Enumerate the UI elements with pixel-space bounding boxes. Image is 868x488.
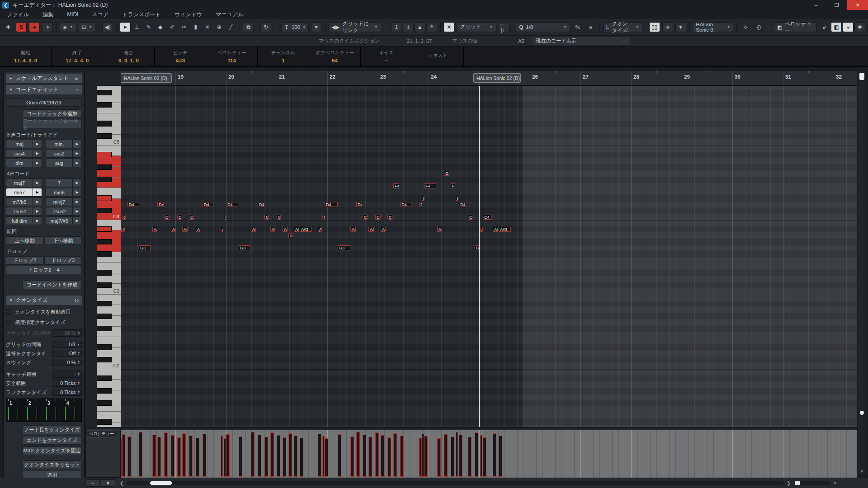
velocity-dropdown[interactable]: ▼: [311, 22, 322, 32]
midi-note[interactable]: D4: [459, 202, 467, 207]
piano-key-black[interactable]: [97, 90, 112, 95]
speaker-icon[interactable]: ◀): [102, 22, 113, 32]
midi-note[interactable]: C4: [164, 215, 170, 220]
part-label[interactable]: HALion Sonic 02 (D): [473, 73, 521, 83]
quantize-note-length-button[interactable]: ノート長をクオンタイズ: [22, 426, 82, 434]
midi-note[interactable]: D4: [325, 202, 338, 207]
note-display[interactable]: ········A#3C4D4G3A#3D4C4A#3C4A#3C4A#3D4A…: [121, 86, 857, 427]
midi-note[interactable]: A#3: [251, 227, 256, 232]
chord-button-7[interactable]: 7▶: [46, 178, 82, 187]
velocity-bar[interactable]: [288, 433, 292, 477]
timeline-ruler[interactable]: 1920212223242526272829303132HALion Sonic…: [121, 71, 857, 86]
velocity-bar[interactable]: [177, 437, 181, 477]
vertical-scroll-thumb[interactable]: [859, 73, 864, 80]
piano-key-black[interactable]: [97, 388, 112, 394]
velocity-bar[interactable]: [164, 432, 168, 477]
piano-key-black[interactable]: [97, 326, 112, 331]
midi-note[interactable]: A#3: [437, 227, 442, 232]
step-input-icon[interactable]: ▯▯: [649, 22, 660, 32]
velocity-bar[interactable]: [171, 435, 175, 477]
chord-button-m7/b5[interactable]: m7/b5▶: [6, 197, 42, 206]
midi-note[interactable]: C4: [264, 215, 269, 220]
velocity-bar[interactable]: [122, 434, 125, 477]
chord-button-min6[interactable]: min6▶: [46, 188, 82, 197]
velocity-bar[interactable]: [338, 434, 341, 477]
vertical-scrollbar[interactable]: ▼: [858, 71, 865, 474]
loop-icon[interactable]: ↻: [260, 22, 271, 32]
layout-left-icon[interactable]: ◧: [831, 22, 842, 32]
chord-button-sus4[interactable]: sus4▶: [6, 149, 42, 158]
snap-icon[interactable]: ✕: [443, 22, 454, 32]
midi-note[interactable]: A#3: [493, 227, 498, 232]
auto-select-dropdown[interactable]: ⊡▼: [79, 22, 96, 32]
velocity-bar[interactable]: [318, 434, 321, 477]
auto-apply-row[interactable]: クオンタイズを自動適用: [6, 309, 82, 315]
info-field[interactable]: 終了17. 4. 4. 0: [52, 47, 103, 66]
velocity-bar[interactable]: [387, 437, 391, 477]
midi-note[interactable]: D#4: [456, 196, 458, 201]
velocity-bar[interactable]: [239, 436, 242, 477]
vertical-zoom-handle[interactable]: [860, 411, 864, 415]
lane-preset-dropdown[interactable]: ▼: [101, 479, 115, 487]
maximize-button[interactable]: ❐: [826, 0, 847, 10]
scroll-left-icon[interactable]: ❮: [120, 481, 123, 486]
zoom-tool[interactable]: ⊕: [214, 22, 225, 32]
strength-field[interactable]: 60 %▲▼: [52, 329, 82, 337]
midi-note[interactable]: A#3: [368, 227, 374, 232]
midi-note[interactable]: A#3: [121, 227, 125, 232]
velocity-bar[interactable]: [368, 437, 372, 477]
midi-note[interactable]: G3: [139, 245, 151, 250]
velocity-bar[interactable]: [381, 435, 384, 477]
add-chord-track-button[interactable]: コードトラックを追加: [22, 109, 82, 118]
length-quantize-dropdown[interactable]: L クオンタイズ. ▼: [603, 22, 642, 32]
chord-button-min.[interactable]: min.▶: [46, 140, 82, 148]
velocity-bar[interactable]: [139, 432, 142, 477]
midi-note[interactable]: A#3: [182, 227, 188, 232]
controller-lane-label[interactable]: ベロシティー: [87, 430, 116, 438]
info-field[interactable]: ボイス–: [361, 47, 412, 66]
horizontal-zoom-slider[interactable]: [794, 481, 830, 485]
play-icon[interactable]: ▶: [33, 179, 42, 187]
scale-window-icon[interactable]: ⊡: [75, 75, 79, 81]
velocity-bar[interactable]: [393, 433, 397, 477]
midi-note[interactable]: A#3: [294, 227, 299, 232]
piano-key-black[interactable]: [97, 301, 112, 306]
midi-note[interactable]: D4: [356, 202, 362, 207]
velocity-bar[interactable]: [182, 433, 186, 477]
info-field[interactable]: ベロシティー114: [206, 47, 258, 66]
setup-icon[interactable]: ✱: [854, 22, 865, 32]
chord-button-sus2[interactable]: sus2▶: [46, 149, 82, 158]
section-scale-assistant[interactable]: ► スケールアシスタント ⊡: [6, 74, 82, 83]
piano-key-black[interactable]: [97, 152, 112, 157]
midi-note[interactable]: A#3: [350, 227, 356, 232]
play-icon[interactable]: ▶: [72, 188, 81, 196]
velocity-bar[interactable]: [300, 438, 303, 477]
glue-tool[interactable]: ▮: [190, 22, 201, 32]
piano-key-black[interactable]: [97, 164, 112, 170]
play-icon[interactable]: ▶: [72, 140, 81, 148]
midi-note[interactable]: D#4: [422, 196, 425, 201]
grid-overlay-icon[interactable]: ⊹: [740, 22, 751, 32]
velocity-bar[interactable]: [437, 438, 441, 477]
quantize-preset-dropdown[interactable]: Q 1/8 ▼: [516, 22, 570, 32]
nudge-down-icon[interactable]: ↧: [403, 22, 414, 32]
part-label[interactable]: HALion Sonic 02 (D): [121, 73, 172, 83]
piano-key-black[interactable]: [97, 208, 112, 213]
erase-tool[interactable]: ◆: [155, 22, 166, 32]
grid-spacing-field[interactable]: 1/8▼: [52, 341, 82, 348]
velocity-bar[interactable]: [451, 436, 454, 477]
velocity-bar[interactable]: [270, 432, 274, 477]
piano-key-black[interactable]: [97, 314, 112, 319]
close-button[interactable]: ✕: [847, 0, 868, 10]
velocity-bar[interactable]: [221, 436, 223, 477]
event-colors-dropdown[interactable]: ◩ ベロシティー: [774, 22, 817, 32]
play-icon[interactable]: ▶: [33, 188, 42, 196]
move-up-button[interactable]: 上へ移動: [6, 236, 43, 245]
midi-note[interactable]: A3: [288, 233, 293, 238]
midi-note[interactable]: C4: [122, 215, 126, 220]
play-icon[interactable]: ▶: [33, 217, 42, 225]
play-icon[interactable]: ▶: [72, 150, 81, 157]
part-boundary-line[interactable]: [479, 86, 480, 427]
midi-input-icon[interactable]: ≋: [662, 22, 673, 32]
midi-note[interactable]: C4: [375, 215, 381, 220]
